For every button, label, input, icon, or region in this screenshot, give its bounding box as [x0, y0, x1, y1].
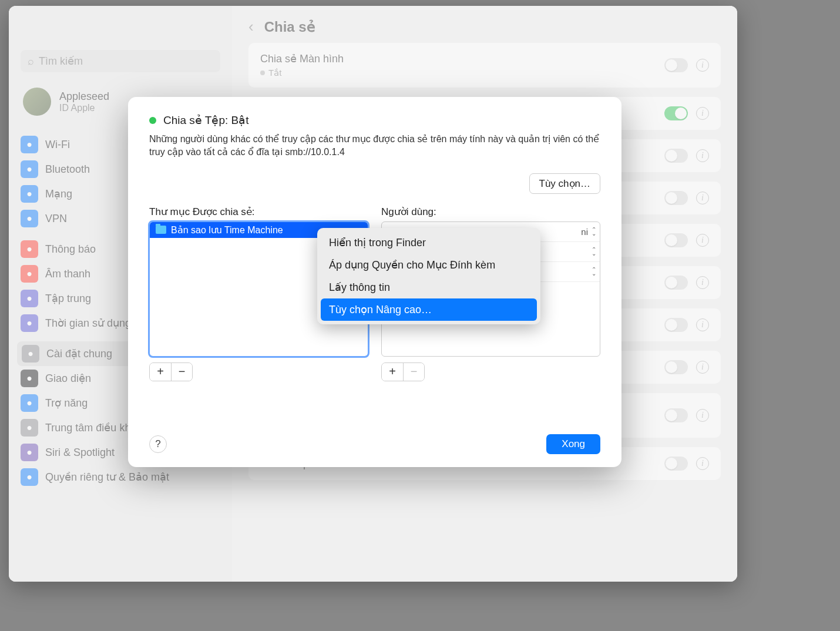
toggle[interactable]	[664, 360, 688, 374]
sidebar-item-label: Quyền riêng tư & Bảo mật	[45, 471, 169, 484]
row-label: Chia sẻ Màn hình	[260, 52, 344, 65]
permission-stepper-icon[interactable]: ⌃⌄	[592, 227, 596, 236]
context-menu-item[interactable]: Hiển thị trong Finder	[321, 231, 537, 254]
permission-stepper-icon[interactable]: ⌃⌄	[592, 247, 596, 256]
sidebar-item-label: Siri & Spotlight	[45, 447, 115, 459]
toggle[interactable]	[664, 457, 688, 471]
add-folder-button[interactable]: +	[150, 363, 171, 381]
back-button[interactable]: ‹	[248, 18, 254, 36]
remove-user-button[interactable]: −	[403, 363, 424, 381]
toggle[interactable]	[664, 149, 688, 163]
context-menu: Hiển thị trong FinderÁp dụng Quyền cho M…	[317, 228, 540, 324]
user-name: Appleseed	[59, 90, 109, 103]
context-menu-item[interactable]: Tùy chọn Nâng cao…	[321, 298, 537, 321]
info-icon[interactable]: i	[696, 457, 709, 470]
sheet-title: Chia sẻ Tệp: Bật	[163, 113, 248, 127]
sidebar-icon: ●	[21, 468, 38, 486]
sidebar-item-label: Tập trung	[45, 292, 91, 305]
toggle[interactable]	[664, 233, 688, 247]
sidebar-icon: ●	[21, 419, 38, 437]
permission-stepper-icon[interactable]: ⌃⌄	[592, 267, 596, 276]
toggle[interactable]	[664, 276, 688, 290]
sidebar-icon: ●	[21, 290, 38, 307]
info-icon[interactable]: i	[696, 192, 709, 204]
context-menu-item[interactable]: Lấy thông tin	[321, 276, 537, 298]
sidebar-item-label: Thông báo	[45, 243, 96, 256]
sidebar-item-label: Wi-Fi	[45, 139, 70, 151]
permission-text: ni	[581, 227, 588, 237]
info-icon[interactable]: i	[696, 409, 709, 422]
toggle[interactable]	[664, 408, 688, 422]
toggle[interactable]	[664, 318, 688, 332]
search-box[interactable]: ⌕	[21, 50, 220, 72]
sidebar-icon: ●	[21, 394, 38, 412]
sidebar-item-label: Bluetooth	[45, 163, 90, 176]
sidebar-item-label: Giao diện	[45, 372, 91, 385]
sidebar-icon: ●	[21, 185, 38, 203]
sidebar-icon: ●	[21, 265, 38, 283]
info-icon[interactable]: i	[696, 59, 709, 72]
users-add-remove: + −	[381, 363, 425, 381]
sidebar-item-quy-n-ri-ng-t-b-o-m-t[interactable]: ●Quyền riêng tư & Bảo mật	[9, 465, 232, 489]
sidebar-icon: ●	[21, 136, 38, 153]
options-button[interactable]: Tùy chọn…	[529, 173, 600, 194]
info-icon[interactable]: i	[696, 276, 709, 289]
toggle[interactable]	[664, 106, 688, 120]
sidebar-item-label: Âm thanh	[45, 268, 90, 280]
row-sub: Tắt	[260, 68, 344, 78]
info-icon[interactable]: i	[696, 318, 709, 331]
sidebar-icon: ●	[21, 314, 38, 332]
shared-folders-label: Thư mục Được chia sẻ:	[149, 206, 368, 218]
folder-icon	[156, 226, 166, 234]
add-user-button[interactable]: +	[382, 363, 403, 381]
sidebar-icon: ●	[21, 210, 38, 227]
sidebar-icon: ●	[21, 160, 38, 178]
users-label: Người dùng:	[381, 206, 600, 218]
info-icon[interactable]: i	[696, 234, 709, 247]
settings-row: Chia sẻ Màn hìnhTắti	[248, 43, 721, 88]
toggle[interactable]	[664, 58, 688, 72]
sidebar-item-label: Thời gian sử dụng	[45, 317, 131, 330]
sheet-description: Những người dùng khác có thể truy cập cá…	[149, 133, 600, 159]
info-icon[interactable]: i	[696, 107, 709, 120]
page-title: Chia sẻ	[264, 19, 315, 35]
sidebar-icon: ●	[21, 444, 38, 461]
search-input[interactable]	[39, 55, 175, 68]
remove-folder-button[interactable]: −	[171, 363, 192, 381]
toggle[interactable]	[664, 191, 688, 205]
avatar	[23, 88, 51, 116]
info-icon[interactable]: i	[696, 361, 709, 374]
folders-add-remove: + −	[149, 363, 193, 381]
sidebar-item-label: Trợ năng	[45, 397, 88, 410]
sidebar-item-label: Mạng	[45, 187, 72, 200]
info-icon[interactable]: i	[696, 149, 709, 162]
search-icon: ⌕	[28, 55, 34, 68]
help-button[interactable]: ?	[149, 435, 167, 453]
status-dot-on	[149, 117, 156, 124]
sidebar-icon: ●	[21, 240, 38, 258]
sidebar-item-label: Cài đặt chung	[46, 347, 112, 360]
shared-folder-name: Bản sao lưu Time Machine	[171, 224, 283, 236]
sidebar-icon: ●	[22, 345, 39, 363]
done-button[interactable]: Xong	[546, 434, 600, 454]
user-sub: ID Apple	[59, 103, 109, 113]
context-menu-item[interactable]: Áp dụng Quyền cho Mục Đính kèm	[321, 254, 537, 276]
sidebar-icon: ●	[21, 370, 38, 387]
sidebar-item-label: VPN	[45, 213, 67, 225]
